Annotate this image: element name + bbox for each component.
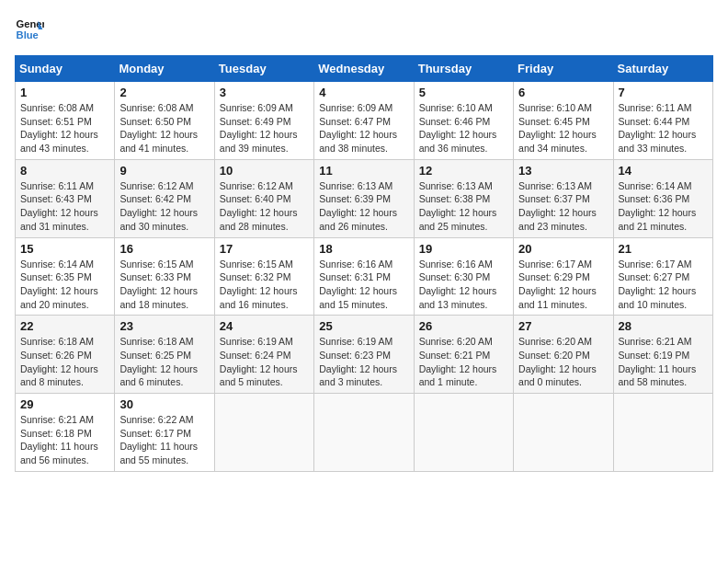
- day-info: Sunrise: 6:18 AM Sunset: 6:26 PM Dayligh…: [20, 335, 109, 389]
- day-cell: 2Sunrise: 6:08 AM Sunset: 6:50 PM Daylig…: [115, 82, 214, 160]
- day-info: Sunrise: 6:08 AM Sunset: 6:51 PM Dayligh…: [20, 101, 109, 155]
- week-row-4: 22Sunrise: 6:18 AM Sunset: 6:26 PM Dayli…: [16, 316, 713, 394]
- day-number: 9: [119, 164, 209, 178]
- day-info: Sunrise: 6:17 AM Sunset: 6:29 PM Dayligh…: [518, 258, 608, 312]
- day-cell: 8Sunrise: 6:11 AM Sunset: 6:43 PM Daylig…: [16, 159, 115, 237]
- day-info: Sunrise: 6:15 AM Sunset: 6:32 PM Dayligh…: [220, 258, 309, 312]
- day-cell: 23Sunrise: 6:18 AM Sunset: 6:25 PM Dayli…: [115, 316, 214, 394]
- day-number: 19: [419, 242, 508, 256]
- day-info: Sunrise: 6:11 AM Sunset: 6:44 PM Dayligh…: [619, 101, 708, 155]
- day-cell: 11Sunrise: 6:13 AM Sunset: 6:39 PM Dayli…: [314, 159, 414, 237]
- day-number: 3: [220, 86, 309, 99]
- logo-icon: General Blue: [15, 15, 44, 44]
- calendar-table: SundayMondayTuesdayWednesdayThursdayFrid…: [15, 55, 713, 472]
- day-number: 15: [20, 242, 109, 256]
- day-cell: 28Sunrise: 6:21 AM Sunset: 6:19 PM Dayli…: [613, 316, 712, 394]
- day-cell: 7Sunrise: 6:11 AM Sunset: 6:44 PM Daylig…: [613, 82, 712, 160]
- day-number: 27: [518, 319, 608, 333]
- day-cell: [414, 394, 513, 472]
- day-number: 29: [20, 397, 109, 411]
- day-number: 8: [20, 164, 109, 178]
- day-cell: 14Sunrise: 6:14 AM Sunset: 6:36 PM Dayli…: [613, 159, 712, 237]
- day-number: 14: [619, 164, 708, 178]
- day-number: 10: [220, 164, 309, 178]
- day-cell: [514, 394, 613, 472]
- day-number: 30: [119, 397, 209, 411]
- day-cell: 5Sunrise: 6:10 AM Sunset: 6:46 PM Daylig…: [414, 82, 513, 160]
- col-header-thursday: Thursday: [414, 56, 513, 82]
- day-cell: 10Sunrise: 6:12 AM Sunset: 6:40 PM Dayli…: [214, 159, 313, 237]
- day-cell: 17Sunrise: 6:15 AM Sunset: 6:32 PM Dayli…: [214, 237, 313, 316]
- col-header-friday: Friday: [514, 56, 613, 82]
- day-info: Sunrise: 6:17 AM Sunset: 6:27 PM Dayligh…: [619, 258, 708, 312]
- day-number: 11: [319, 164, 408, 178]
- day-cell: 4Sunrise: 6:09 AM Sunset: 6:47 PM Daylig…: [314, 82, 414, 160]
- day-info: Sunrise: 6:16 AM Sunset: 6:30 PM Dayligh…: [419, 258, 508, 312]
- day-cell: 26Sunrise: 6:20 AM Sunset: 6:21 PM Dayli…: [414, 316, 513, 394]
- week-row-3: 15Sunrise: 6:14 AM Sunset: 6:35 PM Dayli…: [16, 237, 713, 316]
- day-number: 25: [319, 319, 408, 333]
- day-info: Sunrise: 6:10 AM Sunset: 6:45 PM Dayligh…: [518, 101, 608, 155]
- day-cell: 16Sunrise: 6:15 AM Sunset: 6:33 PM Dayli…: [115, 237, 214, 316]
- day-info: Sunrise: 6:10 AM Sunset: 6:46 PM Dayligh…: [419, 101, 508, 155]
- day-cell: [314, 394, 414, 472]
- week-row-1: 1Sunrise: 6:08 AM Sunset: 6:51 PM Daylig…: [16, 82, 713, 160]
- day-number: 4: [319, 86, 408, 99]
- day-info: Sunrise: 6:12 AM Sunset: 6:40 PM Dayligh…: [220, 179, 309, 234]
- day-cell: 27Sunrise: 6:20 AM Sunset: 6:20 PM Dayli…: [514, 316, 613, 394]
- day-cell: [214, 394, 313, 472]
- day-number: 12: [419, 164, 508, 178]
- svg-text:Blue: Blue: [17, 29, 39, 40]
- day-number: 7: [619, 86, 708, 99]
- day-cell: 24Sunrise: 6:19 AM Sunset: 6:24 PM Dayli…: [214, 316, 313, 394]
- col-header-tuesday: Tuesday: [214, 56, 313, 82]
- day-cell: 20Sunrise: 6:17 AM Sunset: 6:29 PM Dayli…: [514, 237, 613, 316]
- day-cell: 22Sunrise: 6:18 AM Sunset: 6:26 PM Dayli…: [16, 316, 115, 394]
- week-row-5: 29Sunrise: 6:21 AM Sunset: 6:18 PM Dayli…: [16, 394, 713, 472]
- day-number: 13: [518, 164, 608, 178]
- day-number: 16: [119, 242, 209, 256]
- day-info: Sunrise: 6:14 AM Sunset: 6:36 PM Dayligh…: [619, 179, 708, 234]
- day-number: 21: [619, 242, 708, 256]
- day-number: 24: [220, 319, 309, 333]
- col-header-wednesday: Wednesday: [314, 56, 414, 82]
- page-header: General Blue: [15, 15, 713, 44]
- day-info: Sunrise: 6:14 AM Sunset: 6:35 PM Dayligh…: [20, 258, 109, 312]
- day-cell: 29Sunrise: 6:21 AM Sunset: 6:18 PM Dayli…: [16, 394, 115, 472]
- logo: General Blue: [15, 15, 44, 44]
- day-info: Sunrise: 6:20 AM Sunset: 6:20 PM Dayligh…: [518, 335, 608, 389]
- day-cell: 18Sunrise: 6:16 AM Sunset: 6:31 PM Dayli…: [314, 237, 414, 316]
- day-info: Sunrise: 6:13 AM Sunset: 6:38 PM Dayligh…: [419, 179, 508, 234]
- day-cell: 30Sunrise: 6:22 AM Sunset: 6:17 PM Dayli…: [115, 394, 214, 472]
- day-number: 20: [518, 242, 608, 256]
- col-header-sunday: Sunday: [16, 56, 115, 82]
- day-info: Sunrise: 6:19 AM Sunset: 6:23 PM Dayligh…: [319, 335, 408, 389]
- day-info: Sunrise: 6:13 AM Sunset: 6:39 PM Dayligh…: [319, 179, 408, 234]
- day-cell: 1Sunrise: 6:08 AM Sunset: 6:51 PM Daylig…: [16, 82, 115, 160]
- day-info: Sunrise: 6:12 AM Sunset: 6:42 PM Dayligh…: [119, 179, 209, 234]
- day-cell: 25Sunrise: 6:19 AM Sunset: 6:23 PM Dayli…: [314, 316, 414, 394]
- day-info: Sunrise: 6:09 AM Sunset: 6:49 PM Dayligh…: [220, 101, 309, 155]
- day-number: 22: [20, 319, 109, 333]
- day-cell: 6Sunrise: 6:10 AM Sunset: 6:45 PM Daylig…: [514, 82, 613, 160]
- day-info: Sunrise: 6:22 AM Sunset: 6:17 PM Dayligh…: [119, 413, 209, 467]
- day-number: 23: [119, 319, 209, 333]
- day-number: 6: [518, 86, 608, 99]
- day-cell: 9Sunrise: 6:12 AM Sunset: 6:42 PM Daylig…: [115, 159, 214, 237]
- day-info: Sunrise: 6:15 AM Sunset: 6:33 PM Dayligh…: [119, 258, 209, 312]
- day-info: Sunrise: 6:08 AM Sunset: 6:50 PM Dayligh…: [119, 101, 209, 155]
- day-cell: 19Sunrise: 6:16 AM Sunset: 6:30 PM Dayli…: [414, 237, 513, 316]
- day-cell: 15Sunrise: 6:14 AM Sunset: 6:35 PM Dayli…: [16, 237, 115, 316]
- day-info: Sunrise: 6:09 AM Sunset: 6:47 PM Dayligh…: [319, 101, 408, 155]
- day-info: Sunrise: 6:19 AM Sunset: 6:24 PM Dayligh…: [220, 335, 309, 389]
- day-number: 5: [419, 86, 508, 99]
- day-cell: 21Sunrise: 6:17 AM Sunset: 6:27 PM Dayli…: [613, 237, 712, 316]
- day-info: Sunrise: 6:16 AM Sunset: 6:31 PM Dayligh…: [319, 258, 408, 312]
- col-header-monday: Monday: [115, 56, 214, 82]
- day-cell: [613, 394, 712, 472]
- day-info: Sunrise: 6:18 AM Sunset: 6:25 PM Dayligh…: [119, 335, 209, 389]
- day-number: 18: [319, 242, 408, 256]
- day-number: 1: [20, 86, 109, 99]
- week-row-2: 8Sunrise: 6:11 AM Sunset: 6:43 PM Daylig…: [16, 159, 713, 237]
- day-info: Sunrise: 6:20 AM Sunset: 6:21 PM Dayligh…: [419, 335, 508, 389]
